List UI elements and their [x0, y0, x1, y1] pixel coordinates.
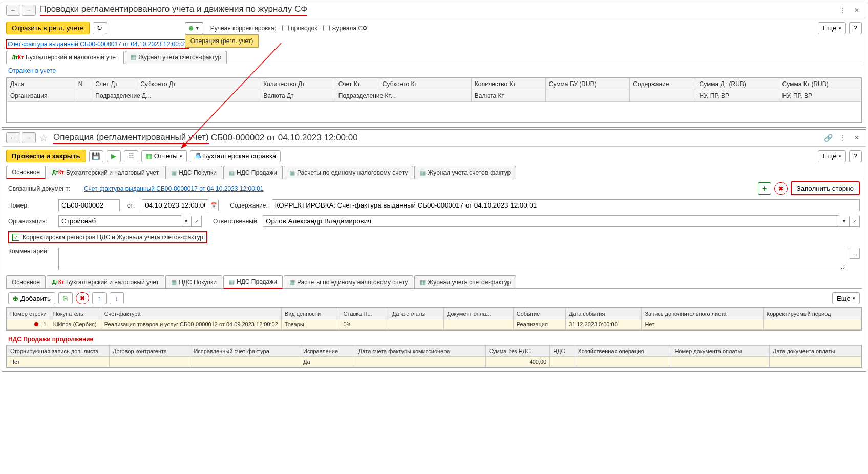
tab-main[interactable]: Основное — [6, 166, 46, 179]
remove-red-button[interactable]: ✖ — [774, 182, 788, 195]
page-title: Проводки регламентированного учета и дви… — [40, 4, 307, 16]
tab-vat-purchases[interactable]: ▦НДС Покупки — [165, 166, 222, 179]
help-button-2[interactable]: ? — [849, 150, 862, 162]
table-icon: ▦ — [171, 169, 177, 176]
help-button[interactable]: ? — [849, 22, 862, 34]
vat-sales-cont-table[interactable]: Сторнирующая запись доп. листаДоговор ко… — [6, 345, 862, 368]
more-button-2[interactable]: Еще ▾ — [818, 150, 845, 162]
status-text: Отражен в учете — [2, 64, 866, 77]
create-dropdown[interactable]: ⊕ ▼ — [185, 22, 203, 34]
comment-label: Комментарий: — [8, 248, 54, 270]
list-button[interactable]: ☰ — [124, 150, 138, 162]
add-row-button[interactable]: ⊕ Добавить — [8, 292, 55, 304]
tab2-unified-tax[interactable]: ▦Расчеты по единому налоговому счету — [284, 275, 413, 288]
back-button-2[interactable]: ← — [6, 132, 20, 143]
tab2-vat-purchases[interactable]: ▦НДС Покупки — [165, 275, 222, 288]
resp-dropdown-icon[interactable]: ▾ — [839, 216, 850, 227]
table-icon: ▦ — [289, 169, 295, 176]
resp-open-icon[interactable]: ↗ — [850, 216, 860, 227]
save-button[interactable]: 💾 — [89, 150, 103, 162]
dropdown-item-operation[interactable]: Операция (регл. учет) — [185, 34, 259, 48]
resp-label: Ответственный: — [213, 218, 259, 225]
from-label: от: — [127, 202, 135, 209]
manual-correction-label: Ручная корректировка: — [210, 25, 276, 32]
org-input[interactable] — [58, 215, 181, 227]
number-input[interactable] — [58, 199, 120, 211]
table-icon: ▦ — [229, 169, 235, 176]
tab2-invoice-journal[interactable]: ▦Журнал учета счетов-фактур — [414, 275, 516, 288]
refresh-button[interactable]: ↻ — [93, 22, 107, 34]
accounting-ref-button[interactable]: 🖶 Бухгалтерская справка — [190, 150, 281, 162]
table-icon: ▦ — [289, 279, 295, 286]
journal-checkbox[interactable]: журнала СФ — [323, 25, 367, 32]
reports-button[interactable]: ▦ Отчеты ▾ — [141, 150, 187, 162]
tab-invoice-journal-2[interactable]: ▦Журнал учета счетов-фактур — [414, 166, 516, 179]
add-green-button[interactable]: + — [758, 182, 771, 195]
move-up-button[interactable]: ↑ — [92, 292, 107, 304]
table-row[interactable]: НетДа400,00 — [7, 357, 861, 367]
post-close-button[interactable]: Провести и закрыть — [6, 150, 86, 162]
linked-doc-link[interactable]: Счет-фактура выданный СБ00-0000017 от 04… — [84, 185, 264, 192]
entries-grid[interactable]: ДатаNСчет ДтСубконто ДтКоличество ДтСчет… — [6, 77, 862, 123]
page-title-suffix: СБ00-000002 от 04.10.2023 12:00:00 — [211, 133, 358, 143]
page-title-2: Операция (регламентированный учет) — [53, 132, 209, 144]
calendar-icon[interactable]: 📅 — [208, 200, 219, 211]
content-label: Содержание: — [230, 202, 267, 209]
tab2-vat-sales[interactable]: ▦НДС Продажи — [223, 275, 283, 289]
dtkt-icon: ДтКт — [12, 55, 24, 60]
resp-input[interactable] — [263, 215, 839, 227]
more-button-3[interactable]: Еще ▾ — [832, 292, 860, 304]
number-label: Номер: — [8, 202, 54, 209]
kebab-icon[interactable]: ⋮ — [837, 5, 848, 15]
org-label: Организация: — [8, 218, 54, 225]
vat-correction-checkbox[interactable]: ✓ Корректировка регистров НДС и Журнала … — [8, 231, 207, 243]
kebab-icon-2[interactable]: ⋮ — [837, 133, 848, 143]
marker-icon — [34, 322, 38, 326]
tab-invoice-journal[interactable]: ▦ Журнал учета счетов-фактур — [125, 51, 227, 64]
tab-vat-sales[interactable]: ▦НДС Продажи — [223, 166, 283, 179]
more-button[interactable]: Еще ▾ — [818, 22, 845, 34]
vat-sales-table[interactable]: Номер строкиПокупательСчет-фактураВид це… — [6, 307, 862, 331]
invoice-link[interactable]: Счет-фактура выданный СБ00-0000017 от 04… — [6, 39, 189, 49]
entries-checkbox[interactable]: проводок — [282, 25, 317, 32]
link-icon[interactable] — [823, 133, 833, 143]
table-icon: ▦ — [420, 169, 426, 176]
table-icon: ▦ — [420, 279, 426, 286]
table-icon: ▦ — [131, 54, 136, 61]
date-input[interactable] — [142, 199, 208, 211]
section-title: НДС Продажи продолжение — [2, 334, 866, 345]
close-icon[interactable]: ✕ — [852, 5, 862, 15]
tab2-main[interactable]: Основное — [6, 275, 46, 288]
copy-button[interactable]: ⎘ — [58, 292, 73, 304]
post-button[interactable]: ▶ — [107, 150, 121, 162]
dtkt-icon: ДтКт — [52, 170, 64, 175]
move-down-button[interactable]: ↓ — [110, 292, 124, 304]
comment-expand-icon[interactable]: … — [850, 248, 860, 259]
dtkt-icon: ДтКт — [52, 279, 64, 285]
table-row[interactable]: 1 Kikinda (Сербия)Реализация товаров и у… — [7, 319, 861, 330]
content-input[interactable] — [272, 199, 860, 211]
fill-storno-button[interactable]: Заполнить сторно — [791, 181, 860, 195]
linked-doc-label: Связанный документ: — [8, 185, 80, 192]
tab-accounting[interactable]: ДтКт Бухгалтерский и налоговый учет — [6, 51, 124, 64]
check-icon: ✓ — [12, 234, 19, 241]
tab2-accounting[interactable]: ДтКтБухгалтерский и налоговый учет — [47, 275, 164, 288]
forward-button[interactable]: → — [22, 5, 36, 16]
table-icon: ▦ — [229, 278, 235, 285]
plus-green-icon: ⊕ — [188, 25, 194, 32]
tab-unified-tax[interactable]: ▦Расчеты по единому налоговому счету — [284, 166, 413, 179]
delete-row-button[interactable]: ✖ — [76, 292, 89, 304]
forward-button-2[interactable]: → — [22, 132, 36, 143]
comment-textarea[interactable] — [58, 248, 845, 270]
table-icon: ▦ — [171, 279, 177, 286]
star-icon[interactable]: ☆ — [39, 132, 48, 144]
org-open-icon[interactable]: ↗ — [192, 216, 202, 227]
back-button[interactable]: ← — [6, 5, 20, 16]
close-icon-2[interactable]: ✕ — [852, 133, 862, 143]
reflect-button[interactable]: Отразить в регл. учете — [6, 22, 90, 34]
tab-accounting-2[interactable]: ДтКтБухгалтерский и налоговый учет — [47, 166, 164, 179]
org-dropdown-icon[interactable]: ▾ — [181, 216, 192, 227]
